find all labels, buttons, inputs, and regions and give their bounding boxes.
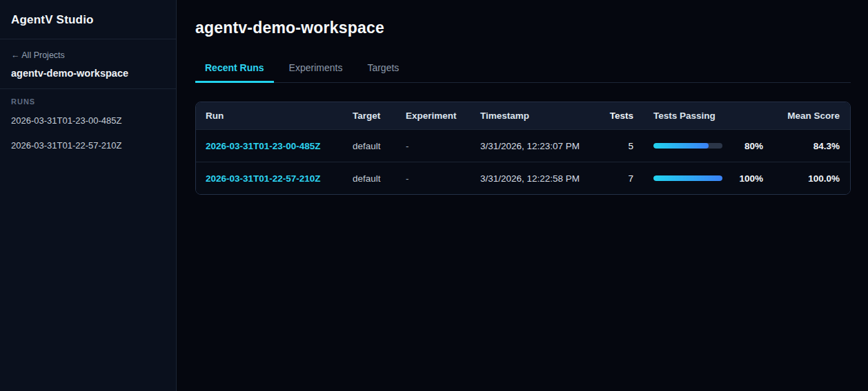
mean-score-value: 84.3% xyxy=(813,141,840,151)
target-cell: default xyxy=(353,173,406,184)
page-title: agentv-demo-workspace xyxy=(195,19,851,37)
table-header-row: Run Target Experiment Timestamp Tests Te… xyxy=(196,102,850,129)
run-link[interactable]: 2026-03-31T01-22-57-210Z xyxy=(206,173,321,184)
sidebar: AgentV Studio ← All Projects agentv-demo… xyxy=(0,0,177,391)
table-row: 2026-03-31T01-23-00-485Z default - 3/31/… xyxy=(196,129,850,162)
sidebar-header: AgentV Studio xyxy=(0,0,176,39)
tab-experiments[interactable]: Experiments xyxy=(279,56,353,83)
tests-passing-cell: 80% xyxy=(633,141,767,151)
tests-passing-progress-fill xyxy=(653,143,709,149)
mean-score-value: 100.0% xyxy=(808,173,840,184)
all-projects-back-link[interactable]: ← All Projects xyxy=(11,50,65,60)
tab-bar: Recent Runs Experiments Targets xyxy=(195,56,851,83)
run-cell: 2026-03-31T01-23-00-485Z xyxy=(196,141,353,151)
run-link[interactable]: 2026-03-31T01-23-00-485Z xyxy=(206,141,321,151)
sidebar-runs-section: RUNS 2026-03-31T01-23-00-485Z 2026-03-31… xyxy=(0,89,176,173)
column-header-run: Run xyxy=(196,111,353,121)
column-header-mean-score: Mean Score xyxy=(767,111,850,121)
sidebar-run-item[interactable]: 2026-03-31T01-23-00-485Z xyxy=(11,115,165,126)
column-header-timestamp: Timestamp xyxy=(480,111,604,121)
table-row: 2026-03-31T01-22-57-210Z default - 3/31/… xyxy=(196,162,850,194)
column-header-target: Target xyxy=(353,111,406,121)
tests-passing-progress-fill xyxy=(653,175,722,181)
timestamp-cell: 3/31/2026, 12:22:58 PM xyxy=(480,173,604,184)
run-cell: 2026-03-31T01-22-57-210Z xyxy=(196,173,353,184)
column-header-tests: Tests xyxy=(604,111,633,121)
target-cell: default xyxy=(353,141,406,151)
sidebar-run-item[interactable]: 2026-03-31T01-22-57-210Z xyxy=(11,140,165,151)
column-header-tests-passing: Tests Passing xyxy=(633,111,767,121)
experiment-cell: - xyxy=(406,141,480,151)
runs-table: Run Target Experiment Timestamp Tests Te… xyxy=(195,102,851,195)
tests-passing-percent: 100% xyxy=(739,173,763,184)
timestamp-cell: 3/31/2026, 12:23:07 PM xyxy=(480,141,604,151)
tests-count-cell: 7 xyxy=(604,173,633,184)
tests-passing-progress-bar xyxy=(653,175,722,181)
sidebar-project-section: ← All Projects agentv-demo-workspace xyxy=(0,39,176,89)
sidebar-workspace-name: agentv-demo-workspace xyxy=(11,68,165,79)
column-header-experiment: Experiment xyxy=(406,111,480,121)
main-content: agentv-demo-workspace Recent Runs Experi… xyxy=(177,0,868,391)
tab-targets[interactable]: Targets xyxy=(357,56,408,83)
tests-passing-percent: 80% xyxy=(744,141,763,151)
experiment-cell: - xyxy=(406,173,480,184)
tests-count-cell: 5 xyxy=(604,141,633,151)
runs-section-label: RUNS xyxy=(11,97,165,106)
tab-recent-runs[interactable]: Recent Runs xyxy=(195,56,274,83)
tests-passing-progress-bar xyxy=(653,143,722,149)
tests-passing-cell: 100% xyxy=(633,173,767,184)
app-title: AgentV Studio xyxy=(11,13,165,27)
